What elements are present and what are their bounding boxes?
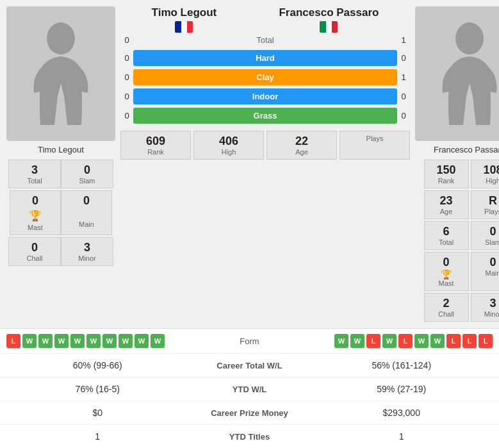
left-player-name-label: Timo Legout bbox=[38, 145, 84, 154]
left-total-value: 3 bbox=[17, 163, 53, 177]
right-stats-row2: 23 Age R Plays bbox=[424, 190, 500, 219]
career-prize-right: $293,000 bbox=[314, 408, 490, 418]
left-stats-row2: 0 🏆 Mast 0 Main bbox=[10, 190, 112, 235]
right-rank-box: 150 Rank bbox=[424, 160, 469, 188]
indoor-left-score: 0 bbox=[120, 92, 133, 101]
left-form-badges: LWWWWWWWWW bbox=[6, 334, 211, 348]
ytd-wl-label: YTD W/L bbox=[186, 385, 314, 394]
left-form-badge: W bbox=[135, 334, 149, 348]
right-mast-value: 0 bbox=[443, 256, 449, 269]
right-slam-box: 0 Slam bbox=[471, 221, 500, 250]
career-prize-left: $0 bbox=[10, 408, 186, 418]
right-mast-box: 0 🏆 Mast bbox=[424, 252, 469, 291]
right-plays-value: R bbox=[478, 194, 500, 208]
form-section: LWWWWWWWWW Form WWLWLWWLLL bbox=[0, 328, 499, 353]
hard-right-score: 0 bbox=[397, 53, 410, 63]
right-slam-value: 0 bbox=[478, 225, 500, 238]
total-label: Total bbox=[133, 35, 397, 45]
left-flag-fr bbox=[175, 21, 193, 33]
grass-btn[interactable]: Grass bbox=[133, 108, 397, 124]
right-minor-label: Minor bbox=[478, 310, 500, 318]
career-total-left: 60% (99-66) bbox=[10, 360, 186, 370]
left-trophy-icon: 🏆 bbox=[29, 208, 42, 224]
left-minor-value: 3 bbox=[69, 241, 105, 254]
left-age-box: 22 Age bbox=[266, 131, 337, 160]
middle-section: Timo Legout Francesco Passaro bbox=[120, 6, 410, 322]
right-chall-label: Chall bbox=[431, 310, 462, 318]
comparison-section: Timo Legout 3 Total 0 Slam 0 🏆 Mast bbox=[0, 0, 499, 328]
right-form-badge: W bbox=[350, 334, 364, 348]
left-form-badge: L bbox=[6, 334, 20, 348]
left-form-badge: W bbox=[38, 334, 53, 348]
left-minor-box: 3 Minor bbox=[61, 237, 113, 266]
right-total-label: Total bbox=[431, 238, 462, 246]
left-rank-label: Rank bbox=[129, 148, 183, 156]
ytd-titles-label: YTD Titles bbox=[186, 432, 314, 442]
right-chall-box: 2 Chall bbox=[424, 293, 469, 322]
right-form-badge: W bbox=[334, 334, 348, 348]
left-slam-label: Slam bbox=[69, 177, 105, 185]
ytd-titles-row: 1 YTD Titles 1 bbox=[0, 424, 499, 448]
left-chall-box: 0 Chall bbox=[8, 237, 61, 266]
right-main-value: 0 bbox=[478, 256, 500, 269]
hard-surface-row: 0 Hard 0 bbox=[120, 50, 410, 66]
hard-btn[interactable]: Hard bbox=[133, 50, 397, 66]
form-label: Form bbox=[211, 336, 288, 346]
left-form-badge: W bbox=[22, 334, 37, 348]
right-form-badge: L bbox=[366, 334, 380, 348]
right-form-badge: L bbox=[398, 334, 413, 348]
right-total-box: 6 Total bbox=[424, 221, 469, 250]
right-main-label: Main bbox=[478, 269, 500, 277]
left-flag bbox=[152, 21, 217, 33]
right-rank-value: 150 bbox=[431, 163, 462, 177]
left-stats-row1: 3 Total 0 Slam bbox=[8, 160, 113, 188]
total-right-score: 1 bbox=[397, 35, 410, 45]
svg-point-0 bbox=[47, 22, 75, 54]
right-name-heading: Francesco Passaro bbox=[279, 6, 379, 19]
left-player-photo bbox=[6, 6, 115, 141]
left-mast-box: 0 🏆 Mast bbox=[10, 190, 61, 235]
grass-surface-row: 0 Grass 0 bbox=[120, 108, 410, 124]
right-chall-value: 2 bbox=[431, 297, 462, 310]
career-prize-label: Career Prize Money bbox=[186, 408, 314, 418]
right-stats-row4: 0 🏆 Mast 0 Main bbox=[424, 252, 500, 291]
left-plays-label: Plays bbox=[348, 135, 402, 142]
left-player-silhouette bbox=[29, 19, 93, 128]
left-rank-value: 609 bbox=[129, 135, 183, 148]
left-total-box: 3 Total bbox=[8, 160, 61, 188]
names-row: Timo Legout Francesco Passaro bbox=[120, 6, 410, 33]
right-high-box: 108 High bbox=[471, 160, 500, 188]
right-stats-row5: 2 Chall 3 Minor bbox=[424, 293, 500, 322]
clay-left-score: 0 bbox=[120, 72, 133, 82]
ytd-titles-right: 1 bbox=[314, 431, 490, 442]
career-total-row: 60% (99-66) Career Total W/L 56% (161-12… bbox=[0, 353, 499, 377]
left-total-label: Total bbox=[17, 177, 53, 185]
right-trophy-icon: 🏆 bbox=[441, 269, 452, 279]
career-total-label: Career Total W/L bbox=[186, 361, 314, 370]
left-chall-value: 0 bbox=[17, 241, 53, 254]
right-stats-row3: 6 Total 0 Slam bbox=[424, 221, 500, 250]
left-form-badge: W bbox=[54, 334, 69, 348]
grass-left-score: 0 bbox=[120, 111, 133, 120]
right-form-badge: W bbox=[430, 334, 445, 348]
right-minor-value: 3 bbox=[478, 297, 500, 310]
clay-btn[interactable]: Clay bbox=[133, 69, 397, 85]
right-age-label: Age bbox=[431, 208, 462, 215]
right-form-badge: L bbox=[479, 334, 493, 348]
right-main-box: 0 Main bbox=[471, 252, 500, 291]
ytd-wl-left: 76% (16-5) bbox=[10, 384, 186, 394]
left-age-value: 22 bbox=[275, 135, 329, 148]
right-form-badges: WWLWLWWLLL bbox=[288, 334, 493, 348]
main-container: Timo Legout 3 Total 0 Slam 0 🏆 Mast bbox=[0, 0, 499, 448]
right-high-value: 108 bbox=[478, 163, 500, 177]
indoor-btn[interactable]: Indoor bbox=[133, 88, 397, 104]
ytd-wl-row: 76% (16-5) YTD W/L 59% (27-19) bbox=[0, 377, 499, 401]
left-rank-box: 609 Rank bbox=[120, 131, 191, 160]
left-main-box: 0 Main bbox=[61, 190, 112, 235]
left-name-top: Timo Legout bbox=[152, 6, 217, 33]
left-main-label: Main bbox=[79, 220, 94, 228]
right-slam-label: Slam bbox=[478, 238, 500, 246]
ytd-titles-left: 1 bbox=[10, 431, 186, 442]
left-name-heading: Timo Legout bbox=[152, 6, 217, 19]
left-plays-box: Plays bbox=[339, 131, 410, 160]
